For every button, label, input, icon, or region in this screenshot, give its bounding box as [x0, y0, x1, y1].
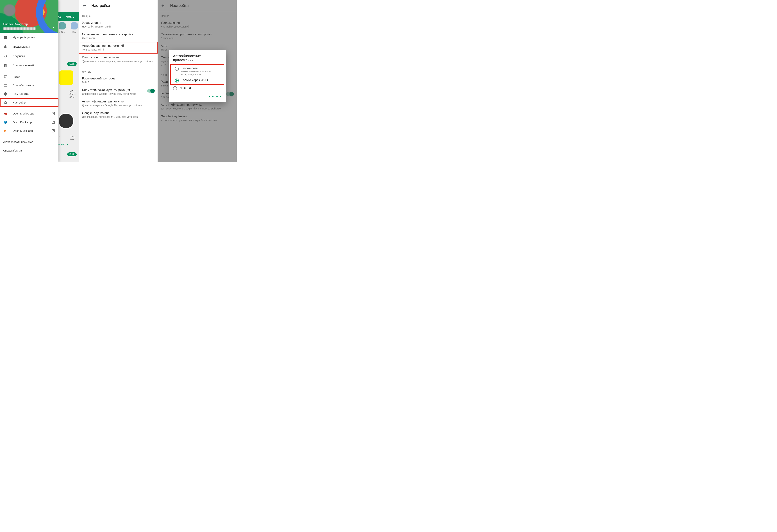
radio-icon: [175, 67, 179, 71]
settings-row-parental[interactable]: Родительский контроль ВЫКЛ: [79, 75, 157, 86]
settings-row-auto-update[interactable]: Автообновление приложений Только через W…: [79, 42, 157, 53]
gear-icon: [3, 101, 8, 105]
row-title: Google Play Instant: [82, 111, 154, 115]
option-wifi-only[interactable]: Только через Wi-Fi: [171, 77, 224, 84]
option-never[interactable]: Никогда: [169, 85, 226, 92]
row-title: Родительский контроль: [82, 77, 154, 80]
row-subtitle: Только через Wi-Fi: [82, 48, 154, 51]
row-subtitle: ВЫКЛ: [82, 81, 154, 84]
store-app-label: Fa...: [72, 30, 76, 33]
row-title: Аутентификация при покупке: [82, 100, 154, 103]
open-external-icon: [51, 129, 55, 133]
row-subtitle: Для покупок в Google Play на этом устрой…: [82, 92, 145, 96]
option-label: Только через Wi-Fi: [181, 78, 208, 82]
row-title: Скачивание приложения: настройки: [82, 32, 154, 36]
radio-selected-icon: [175, 79, 179, 83]
row-subtitle: Удалить поисковые запросы, введенные на …: [82, 60, 154, 63]
drawer-item-help[interactable]: Справка/отзыв: [0, 146, 59, 155]
radio-icon: [173, 86, 177, 90]
settings-row-play-instant[interactable]: Google Play Instant Использовать приложе…: [79, 109, 157, 121]
option-any-network[interactable]: Любая сеть Может взиматься плата за пере…: [171, 65, 224, 77]
page-title: Настройки: [91, 3, 110, 8]
open-external-icon: [51, 112, 55, 116]
shield-play-icon: [3, 92, 8, 96]
row-title: Очистить историю поиска: [82, 56, 154, 59]
dialog-title: Автообновление приложений: [169, 54, 226, 64]
avatar[interactable]: [4, 4, 15, 16]
drawer-item-label: My apps & games: [13, 36, 35, 39]
svg-rect-1: [4, 85, 7, 87]
option-sublabel: Может взиматься плата за передачу данных: [181, 70, 220, 76]
option-label: Никогда: [180, 86, 191, 90]
open-external-icon: [51, 120, 55, 124]
settings-row-biometric[interactable]: Биометрическая аутентификация Для покупо…: [79, 86, 157, 98]
done-button[interactable]: ГОТОВО: [207, 94, 223, 99]
drawer-item-payment[interactable]: Способы оплаты: [0, 81, 59, 90]
play-books-icon: [3, 120, 8, 124]
drawer-item-account[interactable]: Аккаунт: [0, 73, 59, 81]
drawer-item-open-books[interactable]: Open Books app: [0, 118, 59, 127]
drawer-item-open-movies[interactable]: Open Movies app: [0, 109, 59, 118]
option-label: Любая сеть: [181, 66, 220, 70]
store-app-price: 289.00: [58, 143, 68, 146]
row-title: Автообновление приложений: [82, 44, 154, 48]
drawer-item-label: Play Защита: [13, 92, 29, 96]
store-app-thumb[interactable]: [58, 113, 74, 129]
drawer-item-wishlist[interactable]: Список желаний: [0, 61, 59, 70]
drawer-item-open-music[interactable]: Open Music app: [0, 127, 59, 135]
play-movies-icon: [3, 111, 8, 116]
account-icon: [3, 75, 8, 79]
drawer-item-label: Уведомления: [13, 45, 30, 48]
refresh-icon: [3, 54, 8, 58]
drawer-item-promo[interactable]: Активировать промокод: [0, 137, 59, 146]
bookmark-icon: [3, 63, 8, 68]
drawer-item-label: Open Books app: [13, 121, 33, 124]
section-label-general: Общие: [79, 11, 157, 19]
chevron-down-icon[interactable]: [52, 26, 55, 29]
settings-row-notifications[interactable]: Уведомления Настройки уведомлений: [79, 19, 157, 30]
row-subtitle: Настройки уведомлений: [82, 25, 154, 28]
drawer-item-label: Open Music app: [13, 129, 33, 132]
settings-row-auth-purchase[interactable]: Аутентификация при покупке Для всех поку…: [79, 98, 157, 109]
more-badge[interactable]: ЕЩЁ: [67, 62, 77, 66]
play-music-icon: [3, 129, 8, 133]
drawer-item-label: Подписки: [13, 54, 25, 58]
section-label-personal: Личные: [79, 67, 157, 75]
drawer-item-label: Список желаний: [13, 64, 34, 67]
drawer-item-label: Справка/отзыв: [3, 149, 22, 152]
svg-point-0: [4, 76, 5, 77]
drawer-item-subscriptions[interactable]: Подписки: [0, 51, 59, 61]
more-badge[interactable]: ЕЩЁ: [67, 152, 77, 156]
row-title: Биометрическая аутентификация: [82, 88, 145, 92]
settings-row-clear-search[interactable]: Очистить историю поиска Удалить поисковы…: [79, 53, 157, 65]
toggle-switch[interactable]: [147, 89, 154, 93]
row-title: Уведомления: [82, 21, 154, 25]
drawer-item-settings[interactable]: Настройки: [0, 98, 59, 107]
settings-screen: Настройки Общие Уведомления Настройки ув…: [79, 0, 157, 162]
drawer-item-label: Аккаунт: [13, 75, 23, 78]
drawer-item-label: Активировать промокод: [3, 140, 33, 143]
settings-row-download-pref[interactable]: Скачивание приложения: настройки Любая с…: [79, 30, 157, 42]
store-app-label: Choi...: [59, 30, 65, 33]
user-email-blurred: [3, 27, 36, 30]
auto-update-dialog: Автообновление приложений Любая сеть Мож…: [169, 50, 226, 102]
credit-card-icon: [3, 83, 8, 88]
drawer-item-play-protect[interactable]: Play Защита: [0, 90, 59, 98]
divider: [0, 71, 59, 72]
back-arrow-icon[interactable]: [82, 3, 86, 8]
appbar: Настройки: [79, 0, 157, 11]
navigation-drawer: Энакин Скайуокер My apps & games Уведомл…: [0, 0, 59, 162]
drawer-header[interactable]: Энакин Скайуокер: [0, 0, 59, 33]
row-subtitle: Для всех покупок в Google Play на этом у…: [82, 104, 154, 107]
settings-screen-with-dialog: Настройки Общие УведомленияНастройки уве…: [157, 0, 237, 162]
store-app-meta: AliEx...Sma...63 M: [70, 90, 77, 99]
divider: [0, 108, 59, 108]
store-app[interactable]: [58, 71, 75, 86]
drawer-item-notifications[interactable]: Уведомления: [0, 42, 59, 51]
drawer-item-my-apps[interactable]: My apps & games: [0, 33, 59, 42]
drawer-item-label: Open Movies app: [13, 112, 34, 115]
user-name: Энакин Скайуокер: [3, 23, 28, 26]
store-app-meta: Yandliste: [70, 135, 75, 141]
drawer-item-label: Способы оплаты: [13, 84, 34, 87]
tab-music[interactable]: MUSIC: [66, 15, 75, 18]
